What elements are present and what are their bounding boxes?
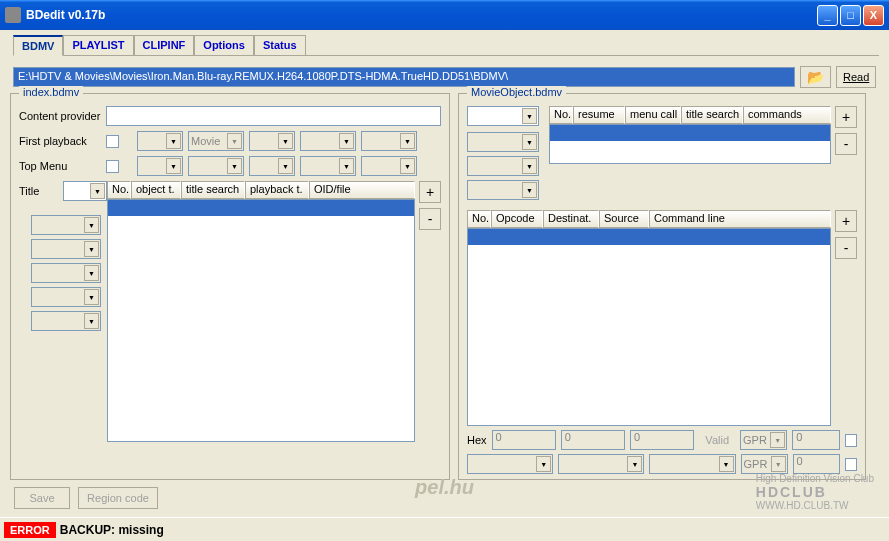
movieobject-panel-title: MovieObject.bdmv (467, 86, 566, 98)
mo2-remove-button[interactable]: - (835, 237, 857, 259)
index-panel-title: index.bdmv (19, 86, 83, 98)
gpr-combo-1[interactable]: GPR▼ (740, 430, 787, 450)
top-menu-label: Top Menu (19, 160, 101, 172)
first-playback-combo-1[interactable]: ▼ (137, 131, 183, 151)
status-bar: ERROR BACKUP: missing (0, 517, 889, 541)
first-playback-combo-3[interactable]: ▼ (249, 131, 295, 151)
titlebar: BDedit v0.17b _ □ X (0, 0, 889, 30)
top-menu-combo-5[interactable]: ▼ (361, 156, 417, 176)
title-label: Title (19, 185, 58, 197)
browse-button[interactable]: 📂 (800, 66, 831, 88)
gpr-val-1[interactable]: 0 (792, 430, 839, 450)
gpr-val-2[interactable]: 0 (793, 454, 840, 474)
title-opt-2[interactable]: ▼ (31, 239, 101, 259)
movieobject-panel: MovieObject.bdmv ▼ ▼ ▼ ▼ No. resume menu… (458, 93, 866, 480)
mo2-add-button[interactable]: + (835, 210, 857, 232)
mo-left-col: ▼ ▼ ▼ ▼ (467, 106, 549, 200)
tab-options[interactable]: Options (194, 35, 254, 55)
mo1-add-button[interactable]: + (835, 106, 857, 128)
content-provider-label: Content provider (19, 110, 101, 122)
close-button[interactable]: X (863, 5, 884, 26)
tab-clipinf[interactable]: CLIPINF (134, 35, 195, 55)
title-opt-1[interactable]: ▼ (31, 215, 101, 235)
app-icon (5, 7, 21, 23)
hex-label: Hex (467, 434, 487, 446)
region-code-button[interactable]: Region code (78, 487, 158, 509)
top-menu-checkbox[interactable] (106, 160, 119, 173)
cmd-combo-2[interactable]: ▼ (558, 454, 644, 474)
top-menu-combo-1[interactable]: ▼ (137, 156, 183, 176)
first-playback-label: First playback (19, 135, 101, 147)
hex-check-2[interactable] (845, 458, 857, 471)
mo1-remove-button[interactable]: - (835, 133, 857, 155)
valid-label: Valid (705, 434, 729, 446)
read-button[interactable]: Read (836, 66, 876, 88)
maximize-button[interactable]: □ (840, 5, 861, 26)
error-tag: ERROR (4, 522, 56, 538)
top-menu-combo-3[interactable]: ▼ (249, 156, 295, 176)
mo-combo-2[interactable]: ▼ (467, 132, 539, 152)
save-button[interactable]: Save (14, 487, 70, 509)
hex-input-2[interactable]: 0 (561, 430, 625, 450)
tab-status[interactable]: Status (254, 35, 306, 55)
top-menu-combo-2[interactable]: ▼ (188, 156, 244, 176)
title-table[interactable] (107, 199, 415, 442)
path-input[interactable]: E:\HDTV & Movies\Movies\Iron.Man.Blu-ray… (13, 67, 795, 87)
first-playback-combo-5[interactable]: ▼ (361, 131, 417, 151)
first-playback-combo-4[interactable]: ▼ (300, 131, 356, 151)
mo-table2-header: No. Opcode Destinat. Source Command line (467, 210, 831, 228)
tab-playlist[interactable]: PLAYLIST (63, 35, 133, 55)
title-table-header: No. object t. title search playback t. O… (107, 181, 415, 199)
hex-input-3[interactable]: 0 (630, 430, 694, 450)
logo-watermark: High Definition Vision ClubHDCLUBWWW.HD.… (756, 473, 874, 511)
title-opt-4[interactable]: ▼ (31, 287, 101, 307)
hex-input-1[interactable]: 0 (492, 430, 556, 450)
mo-table1[interactable] (549, 124, 831, 164)
tabs-bar: BDMV PLAYLIST CLIPINF Options Status (13, 35, 879, 56)
mo-combo-4[interactable]: ▼ (467, 180, 539, 200)
table-row[interactable] (468, 229, 830, 245)
top-menu-combo-4[interactable]: ▼ (300, 156, 356, 176)
content-provider-input[interactable] (106, 106, 441, 126)
status-text: BACKUP: missing (60, 523, 164, 537)
mo-table1-header: No. resume menu call title search comman… (549, 106, 831, 124)
gpr-combo-2[interactable]: GPR▼ (741, 454, 788, 474)
table-row[interactable] (108, 200, 414, 216)
hex-check-1[interactable] (845, 434, 857, 447)
cmd-combo-3[interactable]: ▼ (649, 454, 735, 474)
title-add-button[interactable]: + (419, 181, 441, 203)
index-panel: index.bdmv Content provider First playba… (10, 93, 450, 480)
app-title: BDedit v0.17b (26, 8, 105, 22)
first-playback-movie-combo[interactable]: Movie▼ (188, 131, 244, 151)
cmd-combo-1[interactable]: ▼ (467, 454, 553, 474)
title-opt-5[interactable]: ▼ (31, 311, 101, 331)
first-playback-checkbox[interactable] (106, 135, 119, 148)
title-combo[interactable]: ▼ (63, 181, 107, 201)
table-row[interactable] (550, 125, 830, 141)
mo-table2[interactable] (467, 228, 831, 426)
minimize-button[interactable]: _ (817, 5, 838, 26)
title-remove-button[interactable]: - (419, 208, 441, 230)
mo-combo-3[interactable]: ▼ (467, 156, 539, 176)
title-opt-3[interactable]: ▼ (31, 263, 101, 283)
tab-bdmv[interactable]: BDMV (13, 35, 63, 56)
mo-combo-1[interactable]: ▼ (467, 106, 539, 126)
